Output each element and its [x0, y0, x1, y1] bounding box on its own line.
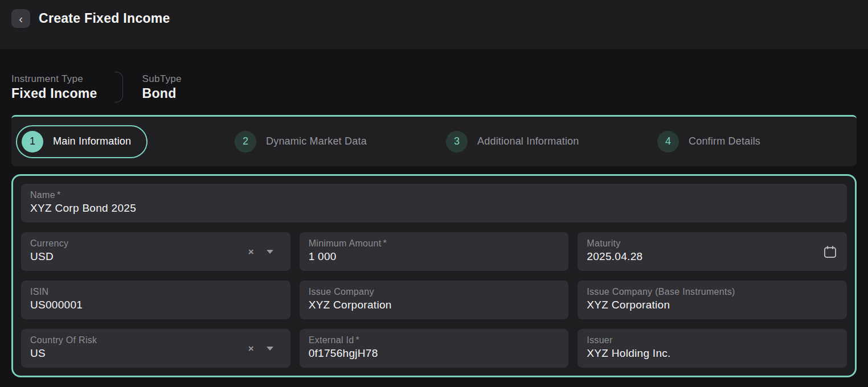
country-of-risk-select[interactable]: Country Of Risk US × — [21, 329, 290, 368]
step-label: Dynamic Market Data — [266, 135, 367, 147]
maturity-value: 2025.04.28 — [587, 250, 838, 263]
required-asterisk: * — [355, 335, 359, 345]
maturity-date-field[interactable]: Maturity 2025.04.28 — [578, 232, 847, 271]
step-confirm-details[interactable]: 4 Confirm Details — [645, 131, 857, 153]
step-number-badge: 3 — [446, 131, 468, 153]
external-id-label: External Id* — [309, 335, 560, 345]
main-content: Instrument Type Fixed Income SubType Bon… — [0, 72, 868, 377]
issuer-field[interactable]: Issuer XYZ Holding Inc. — [578, 329, 847, 368]
form-row: Country Of Risk US × External Id* 0f1756… — [21, 329, 847, 368]
form-row: ISIN US000001 Issue Company XYZ Corporat… — [21, 281, 847, 319]
chevron-down-icon[interactable] — [267, 250, 273, 254]
step-main-information[interactable]: 1 Main Information — [11, 125, 223, 158]
step-number-badge: 1 — [22, 131, 43, 153]
issue-company-base-label: Issue Company (Base Instruments) — [587, 287, 838, 297]
form-row: Currency USD × Minimum Amount* 1 000 Mat… — [21, 232, 847, 271]
step-additional-information[interactable]: 3 Additional Information — [434, 131, 645, 153]
step-dynamic-market-data[interactable]: 2 Dynamic Market Data — [223, 131, 434, 153]
subtype-block: SubType Bond — [142, 73, 182, 101]
instrument-type-label: Instrument Type — [11, 73, 97, 85]
currency-value: USD — [30, 250, 281, 263]
main-information-form: Name* XYZ Corp Bond 2025 Currency USD × … — [11, 174, 857, 377]
external-id-value: 0f1756hgjH78 — [309, 347, 560, 360]
currency-label: Currency — [30, 238, 281, 249]
maturity-label: Maturity — [587, 238, 838, 249]
isin-label: ISIN — [30, 287, 281, 297]
active-step-pill[interactable]: 1 Main Information — [16, 125, 148, 158]
instrument-type-block: Instrument Type Fixed Income — [11, 73, 97, 101]
step-number-badge: 2 — [235, 131, 256, 153]
calendar-icon[interactable] — [822, 232, 838, 271]
page-title: Create Fixed Income — [39, 9, 170, 28]
select-controls: × — [248, 232, 273, 271]
issuer-value: XYZ Holding Inc. — [587, 347, 838, 360]
step-label: Main Information — [53, 135, 131, 147]
type-divider — [114, 72, 123, 102]
currency-select[interactable]: Currency USD × — [21, 232, 290, 271]
step-label: Additional Information — [477, 135, 579, 147]
issuer-label: Issuer — [587, 335, 838, 345]
subtype-value: Bond — [142, 86, 182, 101]
issue-company-value: XYZ Corporation — [309, 299, 560, 311]
clear-icon[interactable]: × — [248, 247, 254, 257]
step-label: Confirm Details — [689, 135, 760, 147]
name-field[interactable]: Name* XYZ Corp Bond 2025 — [21, 184, 847, 223]
isin-value: US000001 — [30, 299, 281, 311]
required-asterisk: * — [57, 190, 61, 200]
step-number-badge: 4 — [657, 131, 679, 153]
isin-field[interactable]: ISIN US000001 — [21, 281, 290, 319]
issue-company-label: Issue Company — [309, 287, 560, 297]
name-field-label: Name* — [30, 190, 838, 200]
issue-company-field[interactable]: Issue Company XYZ Corporation — [300, 281, 569, 319]
wizard-stepper: 1 Main Information 2 Dynamic Market Data… — [11, 115, 857, 166]
back-button[interactable]: ‹ — [11, 9, 30, 28]
minimum-amount-label: Minimum Amount* — [309, 238, 560, 249]
name-field-value: XYZ Corp Bond 2025 — [30, 202, 838, 215]
country-of-risk-label: Country Of Risk — [30, 335, 281, 345]
subtype-label: SubType — [142, 73, 182, 85]
instrument-type-bar: Instrument Type Fixed Income SubType Bon… — [11, 72, 857, 102]
minimum-amount-value: 1 000 — [309, 250, 560, 263]
select-controls: × — [248, 329, 273, 368]
clear-icon[interactable]: × — [248, 344, 254, 353]
chevron-left-icon: ‹ — [19, 10, 23, 27]
external-id-field[interactable]: External Id* 0f1756hgjH78 — [300, 329, 569, 368]
instrument-type-value: Fixed Income — [11, 86, 97, 101]
chevron-down-icon[interactable] — [267, 347, 273, 351]
issue-company-base-field[interactable]: Issue Company (Base Instruments) XYZ Cor… — [578, 281, 847, 319]
required-asterisk: * — [383, 238, 387, 249]
top-bar: ‹ Create Fixed Income — [0, 0, 868, 49]
country-of-risk-value: US — [30, 347, 281, 360]
issue-company-base-value: XYZ Corporation — [587, 299, 838, 311]
minimum-amount-field[interactable]: Minimum Amount* 1 000 — [300, 232, 569, 271]
